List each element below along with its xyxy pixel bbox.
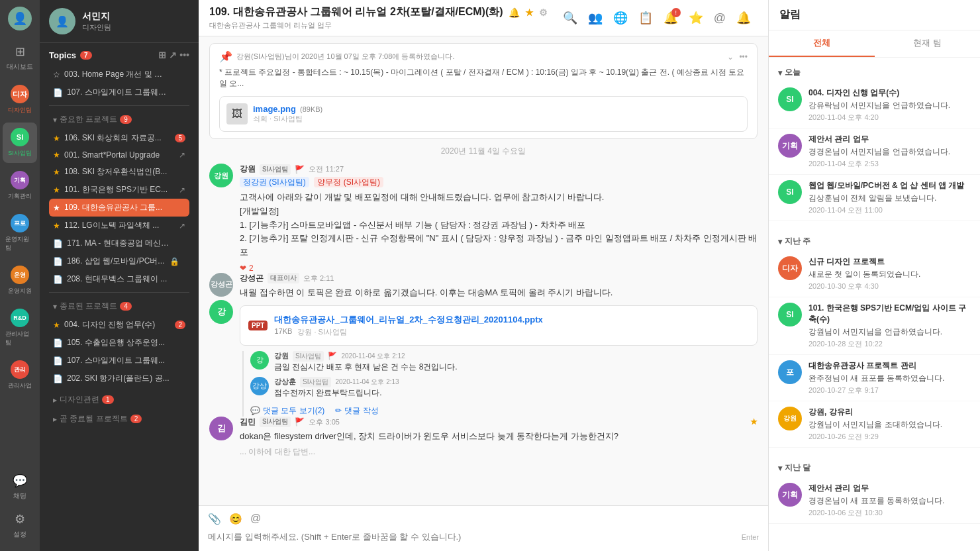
section-lastweek-header[interactable]: ▾ 지난 주: [769, 232, 980, 251]
sidebar-item-ma171[interactable]: 📄 171. MA - 현대중공업 메신저 업...: [49, 234, 189, 252]
msg-continuation: ... 이하에 대한 답변...: [240, 446, 758, 458]
hana101-label: 101. 한국은행 SPS기반 EC...: [64, 184, 168, 195]
star-icon: ★: [53, 221, 60, 230]
nav-project[interactable]: 프로 운영지원팀: [3, 209, 37, 258]
at-icon[interactable]: @: [714, 11, 726, 25]
design-group-title[interactable]: ▸ 디자인관련 1: [49, 390, 189, 409]
sidebar-item-hana101[interactable]: ★ 101. 한국은행 SPS기반 EC... ↗: [49, 181, 189, 199]
search-icon[interactable]: 🔍: [563, 11, 577, 25]
tab-current-team[interactable]: 현재 팀: [875, 30, 981, 57]
notif-item-n7[interactable]: 강원 강원, 강유리 강원님이 서민지님을 조대하였습니다. 2020-10-2…: [769, 401, 980, 448]
notif-item-n5[interactable]: SI 101. 한국은행 SPS기반 ECM/업입 사이트 구축(수) 강원님이…: [769, 297, 980, 355]
notif-title-n7: 강원, 강유리: [808, 407, 971, 418]
topics-icon-1[interactable]: ⊞: [158, 50, 166, 60]
user-avatar[interactable]: 👤: [8, 7, 32, 30]
notif-item-n1[interactable]: SI 004. 디자인 신행 업무(수) 강유락님이 서민지님을 언급하였습니다…: [769, 82, 980, 128]
notif-section-lastweek: ▾ 지난 주 디자 신규 디자인 프로젝트 새로운 첫 일이 동록되었습니다. …: [769, 226, 980, 453]
sidebar-item-hd208[interactable]: 📄 208. 현대무벡스 그룹웨이 ...: [49, 270, 189, 288]
important-group-title[interactable]: ▾ 중요한 프로젝트 9: [49, 110, 189, 129]
sidebar-item-smile107[interactable]: 📄 107. 스마일게이트 그룹웨...: [49, 352, 189, 370]
bottom-nav-items: 💬 채팅 ⚙ 설정: [3, 468, 37, 544]
sidebar-item-bank105[interactable]: 📄 105. 수출입은행 상주운영...: [49, 334, 189, 352]
mention-icon[interactable]: @: [250, 513, 261, 525]
nav-management[interactable]: 관리 관리사업: [3, 355, 37, 395]
message-input[interactable]: [208, 529, 742, 544]
msg-text-2: 내월 접수하면 이 토픽은 완료 이하로 옮기겠습니다. 이후는 대송MA 토픽…: [240, 286, 758, 300]
doc-icon[interactable]: 📋: [638, 11, 653, 25]
important-group-badge: 9: [120, 115, 132, 124]
bell-icon[interactable]: 🔔: [509, 7, 520, 18]
topics-icon-2[interactable]: ↗: [169, 50, 177, 60]
notif-title-n8: 제안서 관리 업무: [808, 483, 971, 494]
more-icon[interactable]: •••: [739, 52, 748, 62]
notif-content-n4: 신규 디자인 프로젝트 새로운 첫 일이 동록되었습니다. 2020-10-30…: [808, 256, 971, 291]
people-icon[interactable]: 👥: [588, 11, 603, 25]
tab-all[interactable]: 전체: [769, 30, 875, 57]
sidebar-item-lg112[interactable]: ★ 112. LG이노텍 파일색체 ... ↗: [49, 217, 189, 234]
notif-item-n6[interactable]: 포 대한송유관공사 프로젝트 관리 완주정님이 새 표포를 동록하였습니다. 2…: [769, 355, 980, 401]
nav-operation[interactable]: 운영 운영지원: [3, 260, 37, 301]
notif-item-n4[interactable]: 디자 신규 디자인 프로젝트 새로운 첫 일이 동록되었습니다. 2020-10…: [769, 251, 980, 297]
notif-title-n5: 101. 한국은행 SPS기반 ECM/업입 사이트 구축(수): [808, 303, 971, 325]
attach-icon[interactable]: 📎: [208, 513, 221, 525]
chat-footer: 📎 😊 @ Enter: [199, 505, 768, 551]
ski106-label: 106. SKI 화상회의 자료공...: [64, 132, 162, 144]
nav-chat[interactable]: 💬 채팅: [3, 468, 37, 506]
nav-plan[interactable]: 기획 기획관리: [3, 166, 37, 206]
sidebar-item-daehan109[interactable]: ★ 109. 대한송유관공사 그룹...: [49, 199, 189, 217]
image-name-row: image.png (89KB): [253, 104, 322, 114]
nav-settings[interactable]: ⚙ 설정: [3, 506, 37, 544]
notif-item-n2[interactable]: 기획 제안서 관리 업무 경경온님이 서민지님을 언급하였습니다. 2020-1…: [769, 128, 980, 175]
right-panel: 알림 전체 현재 팀 ▾ 오늘 SI 004. 디자인 신행 업무(수) 강유락…: [768, 0, 980, 551]
soon-group-title[interactable]: ▸ 곧 종료될 프로젝트 2: [49, 409, 189, 428]
completed-group-title[interactable]: ▾ 종료된 프로젝트 4: [49, 297, 189, 316]
star-icon-top[interactable]: ⭐: [689, 11, 703, 25]
nav-rnd[interactable]: R&D 관리사업팀: [3, 303, 37, 352]
plan-icon: 기획: [11, 171, 29, 189]
design004-label: 004. 디자인 진행 업무(수): [64, 319, 155, 330]
sidebar-item-ski202[interactable]: 📄 202. SKI 항가리(폴란드) 공...: [49, 370, 189, 387]
sub-msg-content-1: 강원 SI사업팀 🚩 2020-11-04 오후 2:12 금일 전심시간 배포…: [274, 351, 758, 373]
sidebar-item-ski108[interactable]: ★ 108. SKI 창저우환식법인(B...: [49, 163, 189, 181]
nav-dashboard[interactable]: ⊞ 대시보드: [3, 38, 37, 77]
notif-item-n8[interactable]: 기획 제안서 관리 업무 경경온님이 새 표포를 동록하였습니다. 2020-1…: [769, 477, 980, 524]
notif-item-n3[interactable]: SI 웹업 웹/모바일/PC버전 & 업 샵 센터 앱 개발 김상훈님이 전체 …: [769, 175, 980, 221]
notif-icon[interactable]: 🔔!: [663, 11, 678, 25]
star-icon-header[interactable]: ★: [525, 7, 534, 18]
emoji-icon[interactable]: 😊: [229, 513, 242, 525]
write-comment-label: 댓글 작성: [344, 405, 378, 417]
sidebar-item-design004[interactable]: ★ 004. 디자인 진행 업무(수) 2: [49, 316, 189, 334]
chevron-down-icon: ▾: [53, 115, 57, 125]
chat-title-row: 109. 대한송유관공사 그룹웨어 리뉴얼 2차(포탈/결재/ECM)(화) 🔔…: [209, 5, 556, 19]
image-card: 🖼 image.png (89KB) 쇠희 · SI사업팀: [219, 96, 748, 132]
notif-avatar-n3: SI: [778, 180, 802, 204]
file-name: 대한송유관공사_그룹웨어_리뉴얼_2차_수정요청관리_20201104.pptx: [274, 314, 749, 326]
alert-icon[interactable]: 🔔: [736, 11, 751, 25]
gear-icon[interactable]: ⚙: [539, 7, 548, 18]
section-today-header[interactable]: ▾ 오늘: [769, 63, 980, 82]
view-comments-btn[interactable]: 💬 댓글 모두 보기(2): [250, 405, 324, 417]
sidebar-item-ski106[interactable]: ★ 106. SKI 화상회의 자료공... 5: [49, 129, 189, 147]
reaction-1: ❤ 2: [240, 264, 758, 273]
topics-icon-3[interactable]: •••: [179, 50, 189, 60]
sidebar-item-smart001[interactable]: ★ 001. Smart*Portal Upgrade ↗: [49, 147, 189, 163]
home-label: 003. Home Page 개선 및 관리: [64, 69, 170, 80]
sidebar-item-home[interactable]: ☆ 003. Home Page 개선 및 관리: [49, 66, 189, 83]
sidebar-item-web186[interactable]: 📄 186. 샵업 웹/모바일/PC버... 🔒: [49, 252, 189, 270]
smile-label: 107. 스마일게이트 그룹웨어 구축: [67, 87, 173, 98]
org-icon[interactable]: 🌐: [613, 11, 628, 25]
sub-messages: 강 강원 SI사업팀 🚩 2020-11-04 오후 2:12 금일 전심시간 …: [242, 351, 758, 417]
team-1: SI사업팀: [260, 164, 291, 175]
section-lastmonth-header[interactable]: ▾ 지난 달: [769, 458, 980, 477]
notif-avatar-n5: SI: [778, 303, 802, 326]
nav-si[interactable]: SI SI사업팀: [3, 123, 37, 163]
chevron-down-icon[interactable]: ⌄: [727, 52, 734, 62]
msg-star-4: ★: [750, 417, 758, 426]
sidebar-item-smile[interactable]: 📄 107. 스마일게이트 그룹웨어 구축: [49, 83, 189, 101]
sub-msg-header-1: 강원 SI사업팀 🚩 2020-11-04 오후 2:12: [274, 351, 758, 362]
notif-desc-n3: 김상훈님이 전체 알림을 보냈습니다.: [808, 193, 971, 204]
chevron-icon-today: ▾: [778, 68, 782, 77]
divider-1: [49, 105, 189, 106]
write-comment-btn[interactable]: ✏ 댓글 작성: [335, 405, 378, 417]
nav-design[interactable]: 디자 디자인팀: [3, 79, 37, 120]
